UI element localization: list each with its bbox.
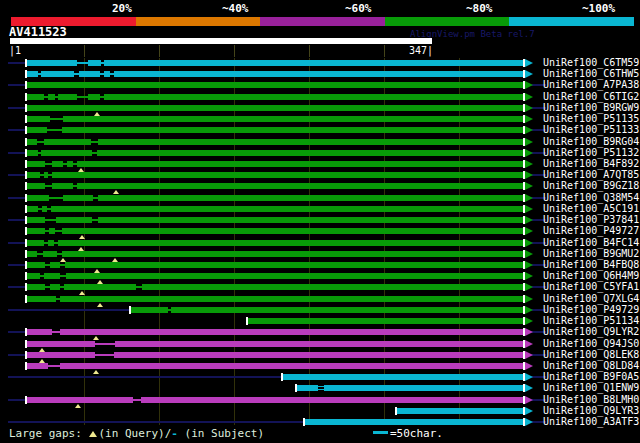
hsp-segment[interactable] [248, 318, 524, 324]
hsp-segment[interactable] [41, 150, 92, 156]
subject-label[interactable]: UniRef100_Q8LEK8 [543, 349, 639, 360]
hsp-segment[interactable] [27, 127, 47, 133]
hsp-segment[interactable] [27, 352, 95, 358]
hsp-segment[interactable] [27, 363, 48, 369]
hsp-segment[interactable] [62, 228, 524, 234]
hsp-segment[interactable] [58, 94, 77, 100]
hsp-segment[interactable] [64, 284, 136, 290]
hsp-segment[interactable] [52, 172, 524, 178]
subject-label[interactable]: UniRef100_Q1ENW9 [543, 382, 639, 393]
hsp-segment[interactable] [27, 206, 38, 212]
hsp-segment[interactable] [98, 217, 524, 223]
hsp-segment[interactable] [27, 284, 45, 290]
hsp-segment[interactable] [27, 71, 38, 77]
hsp-segment[interactable] [98, 139, 524, 145]
subject-label[interactable]: UniRef100_C6THW5 [543, 68, 639, 79]
subject-label[interactable]: UniRef100_Q8LD84 [543, 360, 639, 371]
hsp-segment[interactable] [114, 352, 524, 358]
subject-label[interactable]: UniRef100_B8LMH0 [543, 394, 639, 405]
subject-label[interactable]: UniRef100_P49727 [543, 225, 639, 236]
hsp-segment[interactable] [27, 150, 38, 156]
hsp-segment[interactable] [44, 273, 60, 279]
hsp-segment[interactable] [60, 363, 524, 369]
hsp-segment[interactable] [79, 71, 100, 77]
subject-label[interactable]: UniRef100_P37841 [543, 214, 639, 225]
hsp-segment[interactable] [27, 296, 56, 302]
subject-label[interactable]: UniRef100_A7PA38 [543, 79, 639, 90]
hsp-segment[interactable] [60, 329, 524, 335]
hsp-segment[interactable] [88, 60, 101, 66]
hsp-segment[interactable] [98, 195, 524, 201]
subject-label[interactable]: UniRef100_Q9LYR2 [543, 326, 639, 337]
hsp-segment[interactable] [27, 183, 45, 189]
subject-label[interactable]: UniRef100_C6TM59 [543, 57, 639, 68]
subject-label[interactable]: UniRef100_B4F892 [543, 158, 639, 169]
hsp-segment[interactable] [27, 341, 95, 347]
hsp-segment[interactable] [63, 195, 93, 201]
hsp-segment[interactable] [27, 228, 45, 234]
hsp-segment[interactable] [52, 183, 73, 189]
hsp-segment[interactable] [397, 408, 524, 414]
subject-label[interactable]: UniRef100_A7QT85 [543, 169, 639, 180]
hsp-segment[interactable] [324, 385, 524, 391]
hsp-segment[interactable] [27, 273, 40, 279]
subject-label[interactable]: UniRef100_B9F0A5 [543, 371, 639, 382]
subject-label[interactable]: UniRef100_P51134 [543, 315, 639, 326]
hsp-segment[interactable] [62, 251, 524, 257]
hsp-segment[interactable] [27, 139, 37, 145]
hsp-segment[interactable] [27, 105, 524, 111]
hsp-segment[interactable] [51, 206, 524, 212]
subject-label[interactable]: UniRef100_P51132 [543, 147, 639, 158]
hsp-segment[interactable] [77, 161, 524, 167]
hsp-segment[interactable] [27, 195, 49, 201]
hsp-segment[interactable] [114, 71, 524, 77]
hsp-segment[interactable] [41, 71, 74, 77]
hsp-segment[interactable] [43, 251, 57, 257]
subject-label[interactable]: UniRef100_B4FC14 [543, 237, 639, 248]
hsp-segment[interactable] [56, 217, 92, 223]
hsp-segment[interactable] [115, 341, 524, 347]
subject-label[interactable]: UniRef100_P51135 [543, 113, 639, 124]
hsp-segment[interactable] [171, 307, 524, 313]
hsp-segment[interactable] [66, 273, 524, 279]
hsp-segment[interactable] [62, 127, 524, 133]
hsp-segment[interactable] [297, 385, 318, 391]
subject-label[interactable]: UniRef100_C5YFA1 [543, 281, 639, 292]
hsp-segment[interactable] [88, 94, 100, 100]
subject-label[interactable]: UniRef100_B9GMU2 [543, 248, 639, 259]
hsp-segment[interactable] [27, 397, 133, 403]
subject-label[interactable]: UniRef100_B9RG04 [543, 136, 639, 147]
subject-label[interactable]: UniRef100_Q94JS0 [543, 338, 639, 349]
hsp-segment[interactable] [104, 94, 524, 100]
subject-label[interactable]: UniRef100_B9RGW9 [543, 102, 639, 113]
hsp-segment[interactable] [60, 296, 524, 302]
subject-label[interactable]: UniRef100_Q9LYR3 [543, 405, 639, 416]
hsp-segment[interactable] [27, 161, 45, 167]
hsp-segment[interactable] [65, 262, 524, 268]
hsp-segment[interactable] [27, 116, 50, 122]
subject-label[interactable]: UniRef100_A5C191 [543, 203, 639, 214]
hsp-segment[interactable] [27, 94, 44, 100]
hsp-segment[interactable] [283, 374, 524, 380]
hsp-segment[interactable] [50, 284, 60, 290]
subject-label[interactable]: UniRef100_C6TIG2 [543, 91, 639, 102]
hsp-segment[interactable] [27, 217, 45, 223]
subject-label[interactable]: UniRef100_Q38M54 [543, 192, 639, 203]
subject-label[interactable]: UniRef100_P51133 [543, 124, 639, 135]
hsp-segment[interactable] [305, 419, 524, 425]
subject-label[interactable]: UniRef100_Q6H4M9 [543, 270, 639, 281]
subject-label[interactable]: UniRef100_P49729 [543, 304, 639, 315]
hsp-segment[interactable] [44, 139, 91, 145]
hsp-segment[interactable] [63, 116, 524, 122]
subject-label[interactable]: UniRef100_B4FBQ8 [543, 259, 639, 270]
hsp-segment[interactable] [58, 240, 524, 246]
hsp-segment[interactable] [50, 262, 60, 268]
hsp-segment[interactable] [27, 251, 37, 257]
hsp-segment[interactable] [27, 240, 44, 246]
subject-label[interactable]: UniRef100_Q7XLG4 [543, 293, 639, 304]
hsp-segment[interactable] [77, 183, 524, 189]
hsp-segment[interactable] [27, 60, 77, 66]
hsp-segment[interactable] [104, 60, 524, 66]
hsp-segment[interactable] [141, 397, 524, 403]
hsp-segment[interactable] [27, 262, 45, 268]
